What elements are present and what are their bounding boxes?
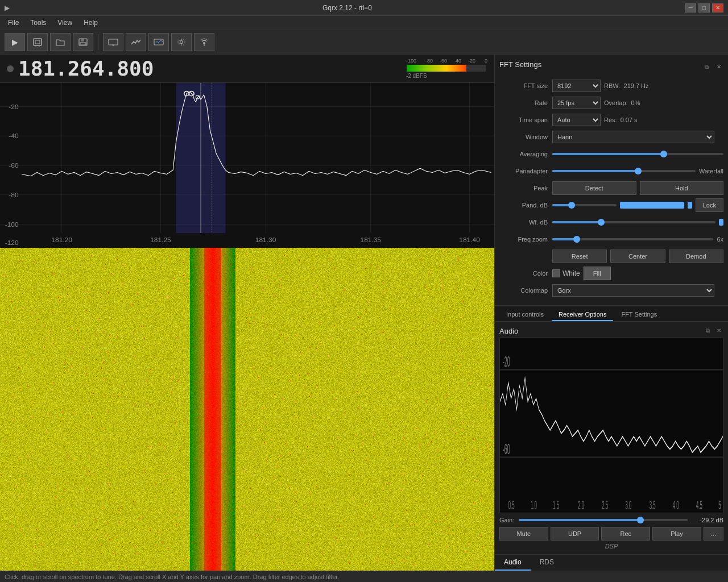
svg-text:-100: -100	[5, 221, 19, 228]
level-bar	[407, 65, 466, 72]
svg-text:-20: -20	[503, 354, 510, 370]
wf-db-handle[interactable]	[719, 219, 723, 226]
svg-text:181.40: 181.40	[459, 236, 480, 243]
waterfall-area[interactable]	[0, 248, 494, 571]
mute-button[interactable]: Mute	[499, 527, 548, 541]
fft-float-button[interactable]: ⧉	[702, 63, 711, 72]
level-scale: -100 -80 -60 -40 -20 0	[406, 58, 487, 64]
hold-button[interactable]: Hold	[640, 181, 724, 195]
audio-float-button[interactable]: ⧉	[704, 326, 712, 335]
freq-indicator	[7, 65, 14, 72]
rate-control: 25 fps 5 fps 10 fps 15 fps 50 fps Overla…	[552, 97, 723, 109]
tab-input-controls[interactable]: Input controls	[499, 309, 551, 321]
audio-tab-audio[interactable]: Audio	[495, 555, 531, 571]
lock-button[interactable]: Lock	[696, 198, 723, 212]
pand-db-control: Lock	[552, 198, 723, 212]
audio-panel: Audio ⧉ ✕ -20 -60 0.5 1.0	[495, 322, 728, 554]
minimize-button[interactable]: ─	[685, 3, 696, 13]
title-bar: ▶ Gqrx 2.12 - rtl=0 ─ □ ✕	[0, 0, 728, 16]
svg-text:181.20: 181.20	[51, 236, 72, 243]
svg-text:1.5: 1.5	[553, 498, 559, 512]
timespan-select[interactable]: Auto 1 min 5 min 10 min	[552, 114, 601, 126]
averaging-label: Averaging	[499, 151, 548, 157]
menu-file[interactable]: File	[2, 18, 24, 28]
network-button[interactable]	[148, 33, 169, 51]
audio-close-button[interactable]: ✕	[714, 326, 723, 335]
open-file-button[interactable]	[50, 33, 71, 51]
svg-text:-80: -80	[9, 191, 19, 198]
monitor-button[interactable]	[126, 33, 146, 51]
maximize-button[interactable]: □	[698, 3, 710, 13]
tab-receiver-options[interactable]: Receiver Options	[552, 309, 613, 321]
svg-text:4.0: 4.0	[673, 498, 679, 512]
spectrum-area[interactable]: -20 -40 -60 -80 -100 -120 181.20 181.25 …	[0, 83, 494, 248]
wf-db-label: Wf. dB	[499, 219, 548, 226]
gain-slider[interactable]	[519, 519, 688, 521]
averaging-slider[interactable]	[552, 153, 723, 155]
frequency-display: 181.264.800 -100 -80 -60 -40 -20 0 -2 dB…	[0, 55, 494, 83]
rec-button[interactable]: Rec	[601, 527, 650, 541]
peak-label: Peak	[499, 185, 548, 192]
device-button[interactable]	[103, 33, 123, 51]
main-tab-bar: Input controls Receiver Options FFT Sett…	[495, 306, 728, 322]
svg-rect-0	[34, 39, 42, 45]
audio-tab-rds[interactable]: RDS	[531, 555, 563, 571]
panadapter-control: Waterfall	[552, 168, 723, 174]
window-row: Window Hann Hamming Blackman Rectangle	[499, 130, 723, 144]
panadapter-slider[interactable]	[552, 170, 696, 172]
main-layout: 181.264.800 -100 -80 -60 -40 -20 0 -2 dB…	[0, 55, 728, 571]
svg-point-13	[203, 42, 205, 44]
center-button[interactable]: Center	[610, 250, 665, 263]
action-buttons-row: Reset Center Demod	[499, 250, 723, 263]
tab-fft-settings[interactable]: FFT Settings	[614, 309, 664, 321]
panadapter-row: Panadapter Waterfall	[499, 164, 723, 178]
udp-button[interactable]: UDP	[551, 527, 599, 541]
fft-size-label: FFT size	[499, 82, 548, 89]
freq-zoom-control: 6x	[552, 236, 723, 243]
svg-text:3.5: 3.5	[650, 498, 656, 512]
svg-text:-60: -60	[503, 441, 510, 457]
freq-zoom-label: Freq zoom	[499, 236, 548, 243]
demod-button[interactable]: Demod	[669, 250, 723, 263]
fft-close-button[interactable]: ✕	[714, 63, 723, 72]
settings-button[interactable]	[171, 33, 192, 51]
fill-button[interactable]: Fill	[584, 267, 611, 280]
averaging-control	[552, 153, 723, 155]
audio-graph[interactable]: -20 -60 0.5 1.0 1.5 2.0 2.5 3.0 3.5 4.0 …	[499, 338, 723, 513]
broadcast-button[interactable]	[194, 33, 214, 51]
gain-thumb[interactable]	[637, 517, 644, 523]
pand-db-slider[interactable]	[552, 204, 617, 206]
menu-help[interactable]: Help	[78, 18, 104, 28]
play-audio-button[interactable]: Play	[652, 527, 701, 541]
pand-db-handle[interactable]	[688, 202, 692, 209]
rate-select[interactable]: 25 fps 5 fps 10 fps 15 fps 50 fps	[552, 97, 601, 109]
more-button[interactable]: ...	[704, 527, 723, 541]
reset-button[interactable]: Reset	[552, 250, 607, 263]
audio-panel-title: Audio	[499, 327, 518, 335]
wf-db-slider[interactable]	[552, 221, 715, 223]
freq-zoom-value: 6x	[717, 236, 723, 243]
detect-button[interactable]: Detect	[552, 181, 636, 195]
color-label: Color	[499, 270, 548, 277]
fft-size-select[interactable]: 8192 512 1024 2048 4096 16384 32768	[552, 80, 601, 92]
svg-text:-20: -20	[9, 103, 19, 110]
app-icon: ▶	[5, 4, 10, 12]
menu-view[interactable]: View	[52, 18, 78, 28]
level-bar-container	[407, 65, 486, 72]
freq-zoom-slider[interactable]	[552, 238, 713, 240]
overlap-value: 0%	[631, 99, 640, 106]
svg-text:2.0: 2.0	[578, 498, 584, 512]
play-button[interactable]: ▶	[5, 33, 25, 51]
colormap-select[interactable]: Gqrx Rainbow Gray	[552, 284, 714, 297]
window-select[interactable]: Hann Hamming Blackman Rectangle	[552, 131, 714, 143]
right-panel: FFT Settings ⧉ ✕ FFT size 8192 512 1024 …	[495, 55, 728, 571]
timespan-label: Time span	[499, 117, 548, 123]
menu-tools[interactable]: Tools	[24, 18, 52, 28]
close-button[interactable]: ✕	[712, 3, 723, 13]
white-checkbox[interactable]	[552, 269, 560, 277]
pand-db-slider2[interactable]	[620, 202, 684, 209]
save-button[interactable]	[73, 33, 93, 51]
cpu-monitor-button[interactable]	[27, 33, 48, 51]
audio-panel-controls: ⧉ ✕	[704, 326, 723, 335]
waterfall-label: Waterfall	[699, 168, 723, 174]
